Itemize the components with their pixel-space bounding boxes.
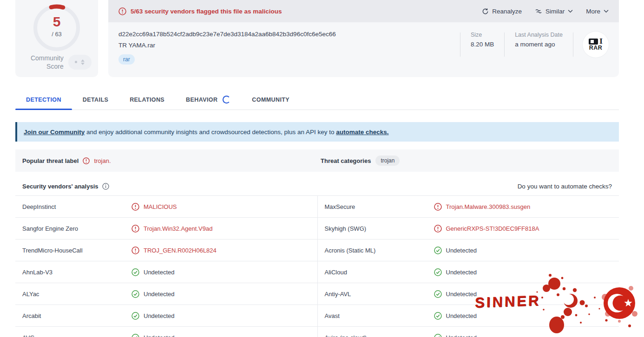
automate-checks-link[interactable]: automate checks. [336,129,388,136]
chevron-down-icon [604,9,609,13]
community-score-label: Community Score [15,54,64,71]
detection-result: Undetected [144,291,175,298]
vendor-name: MaxSecure [325,203,434,210]
score-card: 5 / 63 Community Score [15,0,98,77]
warning-icon [118,7,126,15]
join-community-link[interactable]: Join our Community [24,129,85,136]
vendor-name: Sangfor Engine Zero [22,225,131,232]
undetected-check-icon [434,290,442,298]
table-cell: Avira (no cloud) Undetected [317,327,619,337]
undetected-check-icon [131,268,139,276]
alert-text: 5/63 security vendors flagged this file … [131,8,282,15]
vendors-analysis-title: Security vendors' analysis [22,183,99,190]
undetected-check-icon [434,246,442,254]
vendor-name: Avira (no cloud) [325,334,434,337]
tab-community[interactable]: COMMUNITY [241,90,300,110]
detection-alert-bar: 5/63 security vendors flagged this file … [108,0,619,22]
table-row: AhnLab-V3 Undetected AliCloud [15,261,619,283]
vendor-name: Antiy-AVL [325,291,434,298]
score-total: / 63 [33,31,81,38]
table-cell: DeepInstinct MALICIOUS [15,196,317,217]
vendor-name: Skyhigh (SWG) [325,225,434,232]
table-cell: Acronis (Static ML) Undetected [317,240,619,261]
tab-relations-label: RELATIONS [130,97,164,103]
table-row: DeepInstinct MALICIOUS MaxSecure [15,195,619,217]
table-cell: AliCloud Undetected [317,261,619,283]
table-cell: MaxSecure Trojan.Malware.300983.susgen [317,196,619,217]
tab-bar: DETECTION DETAILS RELATIONS BEHAVIOR COM… [15,90,619,110]
similar-button[interactable]: Similar [535,8,573,15]
score-value: 5 [33,15,81,29]
loading-spinner-icon [223,96,230,104]
detection-result: Undetected [446,269,477,276]
last-analysis-value: a moment ago [515,41,563,48]
warning-icon [83,157,90,164]
tab-relations[interactable]: RELATIONS [119,90,175,110]
detection-result: Undetected [144,269,175,276]
community-banner: Join our Community and enjoy additional … [15,122,619,142]
file-name: TR YAMA.rar [118,42,460,49]
malicious-warning-icon [131,246,139,254]
threat-category-pill[interactable]: trojan [375,156,400,166]
vote-arrows-icon[interactable] [81,59,85,65]
more-label: More [586,8,600,15]
threat-categories-label: Threat categories [321,157,371,164]
malicious-warning-icon [131,203,139,211]
detection-result: Undetected [446,291,477,298]
tab-detection-label: DETECTION [26,97,61,103]
rar-file-icon: I [589,38,603,45]
automate-checks-prompt[interactable]: Do you want to automate checks? [518,183,612,190]
vendor-name: ALYac [22,291,131,298]
detection-result: Undetected [446,247,477,254]
last-analysis-label: Last Analysis Date [515,32,563,38]
undetected-check-icon [434,268,442,276]
table-cell: Sangfor Engine Zero Trojan.Win32.Agent.V… [15,218,317,239]
tab-behavior-label: BEHAVIOR [186,97,217,103]
reanalyze-button[interactable]: Reanalyze [482,8,522,15]
table-cell: AVG Undetected [15,327,317,337]
malicious-warning-icon [434,203,442,211]
vendor-name: Acronis (Static ML) [325,247,434,254]
vendor-name: AVG [22,334,131,337]
table-cell: Skyhigh (SWG) GenericRXPS-ST!3D0EC9FF818… [317,218,619,239]
table-row: Sangfor Engine Zero Trojan.Win32.Agent.V… [15,217,619,239]
table-cell: Arcabit Undetected [15,305,317,326]
file-tag-rar[interactable]: rar [118,54,135,65]
file-hash: d22e2cc69a178b524cf2adb9c23e7e7de3d3184a… [118,31,460,38]
vendor-name: TrendMicro-HouseCall [22,247,131,254]
undetected-check-icon [131,312,139,320]
table-row: AVG Undetected Avira (no cloud) [15,326,619,337]
threat-label-row: Popular threat label trojan. Threat cate… [15,149,619,172]
vote-dot-icon [75,61,77,63]
community-vote-widget[interactable] [68,55,92,70]
detection-result: Undetected [446,312,477,319]
table-cell: ALYac Undetected [15,283,317,305]
threat-label-value: trojan. [94,157,111,164]
tab-detection[interactable]: DETECTION [15,90,72,110]
vendor-name: Avast [325,312,434,319]
undetected-check-icon [434,312,442,320]
undetected-check-icon [131,334,139,337]
divider [573,32,573,57]
detection-result: MALICIOUS [144,203,177,210]
tab-details[interactable]: DETAILS [72,90,119,110]
detection-score-gauge: 5 / 63 [33,4,81,52]
more-button[interactable]: More [586,8,609,15]
detection-result: Undetected [446,334,477,337]
file-header-card: 5/63 security vendors flagged this file … [108,0,619,77]
malicious-warning-icon [131,225,139,233]
reanalyze-label: Reanalyze [492,8,522,15]
vendor-table: DeepInstinct MALICIOUS MaxSecure [15,195,619,337]
similar-icon [535,8,542,14]
undetected-check-icon [434,334,442,337]
file-type-badge: I RAR [583,32,609,58]
undetected-check-icon [131,290,139,298]
chevron-down-icon [568,9,573,13]
tab-details-label: DETAILS [83,97,108,103]
tab-community-label: COMMUNITY [252,97,289,103]
info-icon[interactable] [102,183,109,190]
table-cell: AhnLab-V3 Undetected [15,261,317,283]
detection-result: GenericRXPS-ST!3D0EC9FF818A [446,225,539,232]
malicious-warning-icon [434,225,442,233]
tab-behavior[interactable]: BEHAVIOR [175,90,241,110]
